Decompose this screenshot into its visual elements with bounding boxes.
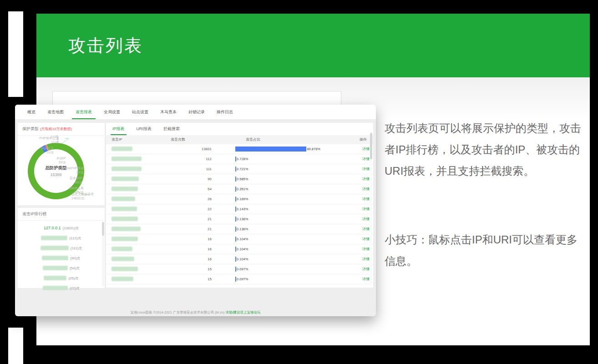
attack-count-cell: 16 xyxy=(175,254,212,264)
attack-count-cell: 15 xyxy=(175,264,212,274)
rank-item-2[interactable]: (112)次 xyxy=(18,233,105,243)
report-tab-3[interactable]: 拦截搜索 xyxy=(163,123,180,135)
rank-count-text: (90)次 xyxy=(70,256,80,261)
detail-link[interactable]: 详情 xyxy=(362,264,370,274)
percent-bar xyxy=(235,167,236,172)
ip-rank-title: 攻击IP排行榜 xyxy=(18,208,105,221)
table-row: 900.585%详情 xyxy=(106,174,373,184)
rank-count-text: (13831)次 xyxy=(62,226,79,231)
detail-link[interactable]: 详情 xyxy=(362,184,370,194)
detail-link[interactable]: 详情 xyxy=(362,254,370,264)
redacted-attack-ip[interactable] xyxy=(111,247,132,251)
redacted-ip[interactable] xyxy=(43,266,68,270)
redacted-ip[interactable] xyxy=(41,246,69,250)
detail-link[interactable]: 详情 xyxy=(362,204,370,214)
protection-donut-chart: 总防护类型 15389 11/次 PHP脚本过滤11/次SQL注入11/次封锁I… xyxy=(18,136,105,205)
percent-bar xyxy=(235,147,306,152)
rank-item-6[interactable]: (26)次 xyxy=(18,273,105,283)
hero-banner: 攻击列表 xyxy=(36,14,590,77)
nav-tab-5[interactable]: 站点设置 xyxy=(126,105,154,119)
detail-link[interactable]: 详情 xyxy=(362,144,370,154)
detail-link[interactable]: 详情 xyxy=(362,214,370,224)
detail-link[interactable]: 详情 xyxy=(362,274,370,284)
col-header-attack-percent: 攻击占比 xyxy=(246,135,260,144)
detail-link[interactable]: 详情 xyxy=(362,154,370,164)
report-tab-2[interactable]: URI报表 xyxy=(137,123,152,135)
table-row: 260.169%详情 xyxy=(106,194,373,204)
redacted-ip[interactable] xyxy=(42,256,68,260)
redacted-attack-ip[interactable] xyxy=(111,197,135,201)
detail-link[interactable]: 详情 xyxy=(362,194,370,204)
attack-count-cell: 22 xyxy=(175,204,212,214)
report-tab-1[interactable]: IP报表 xyxy=(112,123,125,135)
redacted-attack-ip[interactable] xyxy=(111,167,142,171)
rank-count-text: (26)次 xyxy=(68,276,78,281)
protection-title-text: 保护类型 xyxy=(22,126,39,131)
nav-tab-7[interactable]: 封锁记录 xyxy=(182,105,211,119)
redacted-attack-ip[interactable] xyxy=(111,147,132,151)
redacted-attack-ip[interactable] xyxy=(111,207,137,211)
redacted-attack-ip[interactable] xyxy=(111,177,139,181)
detail-link[interactable]: 详情 xyxy=(362,234,370,244)
rank-scrollbar-thumb[interactable] xyxy=(102,222,104,236)
rank-item-1[interactable]: 127.0.0.1(13831)次 xyxy=(18,223,105,233)
rank-item-5[interactable]: (54)次 xyxy=(18,263,105,273)
redacted-attack-ip[interactable] xyxy=(111,267,138,271)
rank-item-4[interactable]: (90)次 xyxy=(18,253,105,263)
rank-ip-text[interactable]: 127.0.0.1 xyxy=(44,226,61,230)
detail-link[interactable]: 详情 xyxy=(362,174,370,184)
donut-label-3: 封锁IP30/次 xyxy=(56,156,66,164)
percent-bar xyxy=(235,267,236,272)
report-tabs: IP报表URI报表拦截搜索 xyxy=(106,123,373,135)
attack-count-cell: 21 xyxy=(175,224,212,234)
footer-copyright: 宝塔Linux面板 ©2014-2021 广东堡塔安全技术有限公司 (bt.cn… xyxy=(130,310,224,314)
redacted-ip[interactable] xyxy=(41,236,67,240)
percent-label: 0.721% xyxy=(237,164,248,174)
nav-tab-2[interactable]: 攻击地图 xyxy=(41,105,70,119)
nav-tab-4[interactable]: 全局设置 xyxy=(98,105,126,119)
protection-panel-title: 保护类型(只取前10万条数据) xyxy=(18,123,105,136)
table-scrollbar-thumb[interactable] xyxy=(370,133,372,159)
rank-item-3[interactable]: (111)次 xyxy=(18,243,105,253)
redacted-attack-ip[interactable] xyxy=(111,257,134,261)
nav-tab-6[interactable]: 木马查杀 xyxy=(154,105,182,119)
percent-bar xyxy=(235,157,236,162)
rank-item-7[interactable]: (22)次 xyxy=(18,283,105,290)
table-header-row: 攻击IP 攻击次数 攻击占比 操作 xyxy=(106,135,373,144)
redacted-attack-ip[interactable] xyxy=(111,157,142,161)
left-white-bar-top xyxy=(8,11,23,97)
table-row: 210.136%详情 xyxy=(106,224,373,234)
report-panel: IP报表URI报表拦截搜索 攻击IP 攻击次数 攻击占比 操作 1383189.… xyxy=(106,123,373,288)
redacted-ip[interactable] xyxy=(43,286,68,290)
percent-label: 0.136% xyxy=(237,224,248,234)
attack-table-body: 1383189.876%详情1120.728%详情1110.721%详情900.… xyxy=(106,144,373,284)
redacted-attack-ip[interactable] xyxy=(111,237,138,241)
detail-link[interactable]: 详情 xyxy=(362,244,370,254)
table-scrollbar[interactable] xyxy=(370,132,372,285)
percent-label: 0.169% xyxy=(237,194,248,204)
footer-forum-link[interactable]: 求助/建议请上宝塔论坛 xyxy=(225,310,260,314)
percent-label: 0.104% xyxy=(237,234,248,244)
redacted-attack-ip[interactable] xyxy=(111,277,133,281)
nav-tab-1[interactable]: 概览 xyxy=(21,105,41,119)
donut-label-5: 目录保护60/次 xyxy=(70,176,82,184)
rank-scrollbar[interactable] xyxy=(102,222,104,287)
attack-count-cell: 13831 xyxy=(175,144,212,154)
detail-link[interactable]: 详情 xyxy=(362,224,370,234)
redacted-attack-ip[interactable] xyxy=(111,217,138,221)
nav-tab-3[interactable]: 攻击报表 xyxy=(70,105,98,119)
description-paragraph-2: 小技巧：鼠标点击IP和URI可以查看更多信息。 xyxy=(385,229,584,272)
redacted-ip[interactable] xyxy=(44,276,66,280)
table-row: 210.136%详情 xyxy=(106,214,373,224)
donut-label-7: 自定义资源请求14832/次 xyxy=(71,192,94,200)
redacted-attack-ip[interactable] xyxy=(111,227,141,231)
percent-bar xyxy=(235,217,236,222)
description-text: 攻击列表页可以将展示保护的类型，攻击者IP排行榜，以及攻击者的IP、被攻击的UR… xyxy=(385,117,584,272)
nav-tab-8[interactable]: 操作日志 xyxy=(211,105,239,119)
screenshot-canvas: 攻击列表 概览攻击地图攻击报表全局设置站点设置木马查杀封锁记录操作日志 保护类型… xyxy=(0,0,598,364)
detail-link[interactable]: 详情 xyxy=(362,164,370,174)
percent-bar xyxy=(235,177,236,182)
table-row: 540.351%详情 xyxy=(106,184,373,194)
redacted-attack-ip[interactable] xyxy=(111,187,138,191)
table-row: 150.097%详情 xyxy=(106,264,373,274)
